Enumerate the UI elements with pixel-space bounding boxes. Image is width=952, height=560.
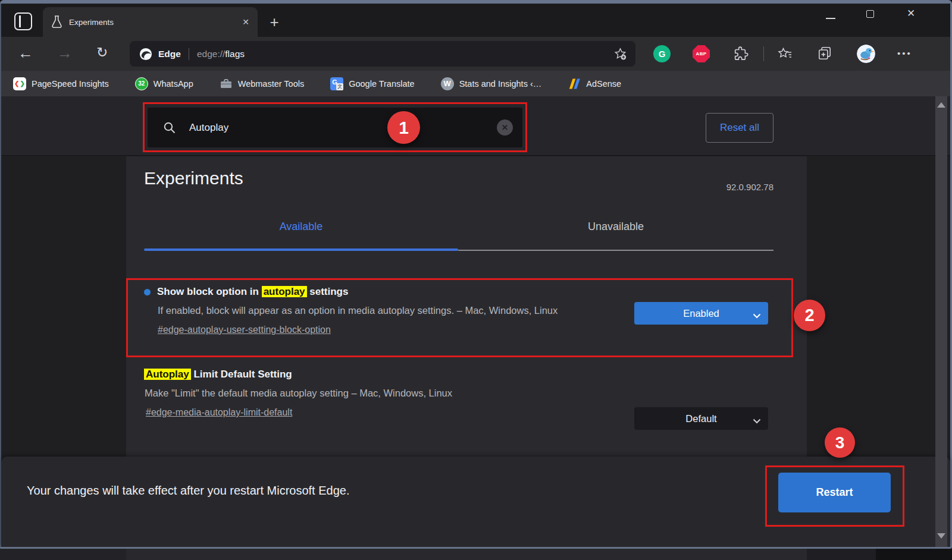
url-path: flags bbox=[225, 49, 245, 59]
below-window-strip bbox=[807, 549, 876, 560]
forward-button[interactable] bbox=[57, 44, 73, 62]
briefcase-icon bbox=[220, 78, 233, 90]
window-close-button[interactable] bbox=[907, 7, 915, 20]
settings-menu-icon[interactable] bbox=[897, 48, 912, 59]
flag-active-dot-icon bbox=[144, 289, 151, 295]
search-match-highlight: autoplay bbox=[262, 286, 307, 297]
chevron-down-icon bbox=[753, 416, 761, 426]
tab-actions-menu-icon[interactable] bbox=[14, 12, 32, 30]
flag-permalink[interactable]: #edge-media-autoplay-limit-default bbox=[146, 407, 292, 418]
profile-avatar[interactable] bbox=[857, 45, 875, 63]
page-title: Experiments bbox=[144, 168, 243, 188]
flag-description: If enabled, block will appear as an opti… bbox=[158, 305, 558, 316]
wordpress-favicon: W bbox=[441, 77, 454, 90]
scrollbar-track[interactable] bbox=[935, 96, 947, 547]
tab-title: Experiments bbox=[69, 18, 236, 27]
flag-row-title: Show block option in autoplay settings bbox=[144, 286, 348, 298]
scrollbar-up-arrow[interactable] bbox=[937, 102, 945, 108]
reset-all-button[interactable]: Reset all bbox=[706, 113, 774, 143]
bookmark-webmaster-tools[interactable]: Webmaster Tools bbox=[220, 78, 304, 90]
search-input-value[interactable]: Autoplay bbox=[189, 122, 484, 134]
flag-value-dropdown-enabled[interactable]: Enabled bbox=[634, 302, 768, 325]
bookmarks-list: ❮❯ PageSpeed Insights 32 WhatsApp Webmas… bbox=[1, 71, 834, 96]
search-icon bbox=[163, 121, 176, 134]
tab-available-underline bbox=[144, 248, 458, 251]
flag-row-title: Autoplay Limit Default Setting bbox=[144, 369, 292, 380]
bookmark-stats-insights[interactable]: W Stats and Insights ‹… bbox=[441, 77, 542, 90]
window-minimize-button[interactable] bbox=[826, 18, 835, 19]
below-window-strip bbox=[126, 549, 807, 560]
clear-search-icon[interactable] bbox=[497, 119, 513, 136]
scrollbar-down-arrow[interactable] bbox=[937, 533, 945, 539]
flag-description: Make "Limit" the default media autoplay … bbox=[145, 388, 452, 399]
refresh-button[interactable] bbox=[96, 45, 108, 61]
screenshot-root: Experiments Edge edge:// flags G ABP bbox=[0, 0, 952, 560]
edge-logo-icon bbox=[139, 48, 152, 61]
bookmark-google-translate[interactable]: G 文 Google Translate bbox=[330, 77, 414, 90]
adsense-favicon bbox=[568, 78, 581, 90]
restart-message: Your changes will take effect after you … bbox=[27, 484, 350, 498]
toolbar-divider bbox=[763, 46, 764, 61]
favorites-hub-icon[interactable] bbox=[777, 47, 793, 64]
address-bar[interactable]: Edge edge:// flags bbox=[130, 41, 635, 67]
flag-permalink[interactable]: #edge-autoplay-user-setting-block-option bbox=[158, 325, 331, 335]
flag-value-dropdown-default[interactable]: Default bbox=[634, 407, 768, 430]
flags-search-field[interactable]: Autoplay bbox=[148, 108, 522, 147]
bookmark-pagespeed[interactable]: ❮❯ PageSpeed Insights bbox=[13, 77, 109, 90]
back-button[interactable] bbox=[18, 44, 33, 62]
below-window-strip bbox=[876, 549, 952, 560]
pagespeed-favicon: ❮❯ bbox=[13, 77, 26, 90]
search-match-highlight: Autoplay bbox=[144, 369, 191, 380]
tab-unavailable[interactable]: Unavailable bbox=[458, 221, 774, 233]
tab-available[interactable]: Available bbox=[144, 221, 458, 233]
address-divider bbox=[189, 48, 189, 60]
restart-button[interactable]: Restart bbox=[778, 473, 891, 512]
address-site-label: Edge bbox=[158, 49, 181, 59]
collections-icon[interactable] bbox=[817, 46, 832, 64]
flask-icon bbox=[51, 15, 62, 29]
window-maximize-button[interactable] bbox=[866, 10, 874, 18]
extensions-puzzle-icon[interactable] bbox=[733, 46, 749, 64]
tab-close-icon[interactable] bbox=[242, 17, 249, 27]
browser-version: 92.0.902.78 bbox=[595, 182, 774, 192]
url-scheme: edge:// bbox=[197, 49, 225, 59]
grammarly-extension-icon[interactable]: G bbox=[653, 45, 671, 62]
browser-tab[interactable]: Experiments bbox=[43, 7, 258, 37]
whatsapp-favicon: 32 bbox=[135, 77, 148, 90]
bookmark-whatsapp[interactable]: 32 WhatsApp bbox=[135, 77, 193, 90]
tab-unavailable-underline bbox=[458, 250, 774, 251]
bookmark-adsense[interactable]: AdSense bbox=[568, 78, 621, 90]
below-window-strip bbox=[0, 549, 126, 560]
new-tab-button[interactable] bbox=[265, 13, 283, 31]
add-favorite-star-icon[interactable] bbox=[613, 47, 627, 61]
translate-favicon: G 文 bbox=[330, 77, 343, 90]
chevron-down-icon bbox=[753, 310, 761, 321]
